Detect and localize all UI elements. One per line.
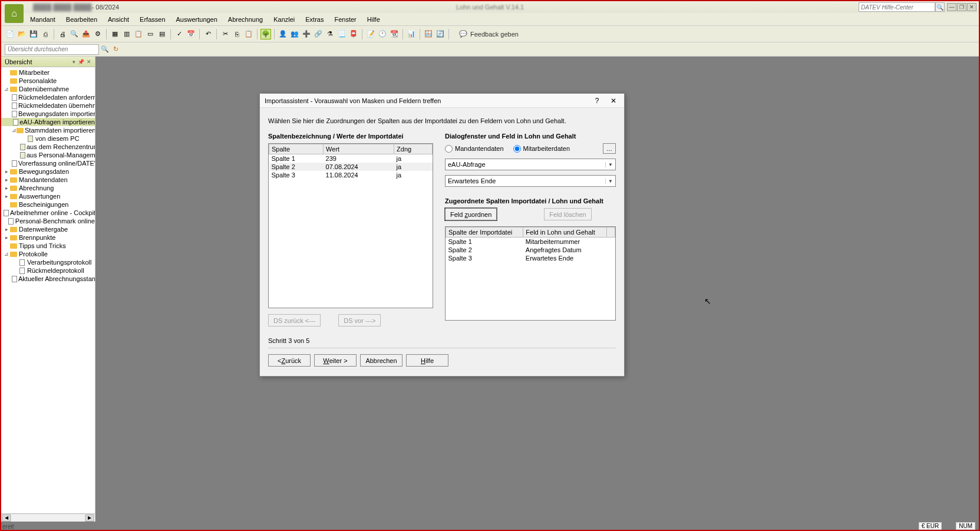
radio-mandantendaten[interactable]: Mandantendaten bbox=[445, 145, 504, 153]
dialog-close-button[interactable]: ✕ bbox=[608, 97, 619, 105]
cell[interactable]: Spalte 3 bbox=[446, 254, 523, 262]
sidebar-hscroll[interactable]: ◀ ▶ bbox=[1, 513, 95, 522]
column-header[interactable]: Feld in Lohn und Gehalt bbox=[523, 227, 607, 238]
tree-node[interactable]: ▸Auswertungen bbox=[1, 192, 95, 200]
tree-node[interactable]: Personal-Benchmark online bbox=[1, 217, 95, 225]
toolbar-clock-icon[interactable]: 🕐 bbox=[377, 29, 388, 39]
tree-node[interactable]: aus Personal-Managem bbox=[1, 151, 95, 159]
tree-node[interactable]: ▸Mandantendaten bbox=[1, 176, 95, 184]
reset-search-icon[interactable]: ↻ bbox=[111, 45, 120, 54]
help-button[interactable]: Hilfe bbox=[406, 354, 448, 367]
cell[interactable]: ja bbox=[394, 163, 433, 171]
tree-node[interactable]: Rückmeldeprotokoll bbox=[1, 266, 95, 275]
import-columns-table[interactable]: SpalteWertZdng Spalte 1239jaSpalte 207.0… bbox=[268, 143, 433, 308]
expand-icon[interactable]: ▸ bbox=[4, 169, 9, 174]
tree-node[interactable]: ▸Brennpunkte bbox=[1, 233, 95, 242]
expand-icon[interactable]: ▸ bbox=[4, 193, 9, 199]
menu-bearbeiten[interactable]: Bearbeiten bbox=[61, 15, 103, 24]
toolbar-undo-icon[interactable]: ↶ bbox=[203, 29, 213, 39]
toolbar-link-icon[interactable]: 🔗 bbox=[313, 29, 324, 39]
minimize-button[interactable]: — bbox=[947, 3, 956, 11]
toolbar-tool-icon[interactable]: ⚙ bbox=[93, 29, 103, 39]
toolbar-open-icon[interactable]: 📂 bbox=[17, 29, 27, 39]
menu-abrechnung[interactable]: Abrechnung bbox=[223, 15, 268, 24]
tree-node[interactable]: ⊿Stammdaten importieren bbox=[1, 126, 95, 134]
search-icon[interactable]: 🔍 bbox=[100, 45, 110, 54]
toolbar-paste-icon[interactable]: 📋 bbox=[243, 29, 254, 39]
tree-node[interactable]: von diesem PC bbox=[1, 134, 95, 143]
tree-node[interactable]: ▸Abrechnung bbox=[1, 184, 95, 192]
toolbar-card-icon[interactable]: ▤ bbox=[157, 29, 167, 39]
toolbar-form-icon[interactable]: ▥ bbox=[121, 29, 132, 39]
tree[interactable]: MitarbeiterPersonalakte⊿DatenübernahmeRü… bbox=[1, 67, 95, 513]
sidebar-close-icon[interactable]: ✕ bbox=[87, 59, 91, 65]
menu-ansicht[interactable]: Ansicht bbox=[103, 15, 134, 24]
assigned-columns-table[interactable]: Spalte der ImportdateiFeld in Lohn und G… bbox=[445, 226, 616, 321]
tree-node[interactable]: Aktueller Abrechnungsstan bbox=[1, 275, 95, 283]
cell[interactable]: Spalte 1 bbox=[269, 154, 324, 163]
toolbar-panel-icon[interactable]: ▭ bbox=[145, 29, 156, 39]
table-row[interactable]: Spalte 3Erwartetes Ende bbox=[446, 254, 615, 262]
sidebar-dropdown-icon[interactable]: ▾ bbox=[72, 59, 75, 65]
menu-kanzlei[interactable]: Kanzlei bbox=[268, 15, 300, 24]
dialog-help-button[interactable]: ? bbox=[591, 97, 603, 105]
tree-node[interactable]: ▸Datenweitergabe bbox=[1, 225, 95, 233]
menu-auswertungen[interactable]: Auswertungen bbox=[171, 15, 223, 24]
mask-combo[interactable]: eAU-Abfrage▼ bbox=[445, 159, 616, 170]
cell[interactable]: Spalte 2 bbox=[446, 246, 523, 254]
expand-icon[interactable]: ⊿ bbox=[4, 86, 9, 92]
tree-node[interactable]: Tipps und Tricks bbox=[1, 242, 95, 250]
toolbar-saveall-icon[interactable]: ⎙ bbox=[40, 29, 51, 39]
toolbar-preview-icon[interactable]: 🔍 bbox=[69, 29, 80, 39]
toolbar-chart-icon[interactable]: 📊 bbox=[406, 29, 417, 39]
cell[interactable]: Erwartetes Ende bbox=[523, 254, 607, 262]
menu-hilfe[interactable]: Hilfe bbox=[362, 15, 385, 24]
tree-node[interactable]: Arbeitnehmer online - Cockpit bbox=[1, 209, 95, 217]
toolbar-print-icon[interactable]: 🖨 bbox=[57, 29, 68, 39]
menu-fenster[interactable]: Fenster bbox=[329, 15, 361, 24]
column-header[interactable]: Wert bbox=[324, 144, 394, 154]
expand-icon[interactable]: ▸ bbox=[4, 226, 9, 232]
toolbar-export-icon[interactable]: 📤 bbox=[81, 29, 91, 39]
toolbar-doc-icon[interactable]: 📋 bbox=[133, 29, 144, 39]
toolbar-new-icon[interactable]: 📄 bbox=[5, 29, 15, 39]
cell[interactable]: Angefragtes Datum bbox=[523, 246, 607, 254]
restore-button[interactable]: ❐ bbox=[957, 3, 966, 11]
table-row[interactable]: Spalte 2Angefragtes Datum bbox=[446, 246, 615, 254]
tree-node[interactable]: Personalakte bbox=[1, 77, 95, 85]
toolbar-date-icon[interactable]: 📆 bbox=[389, 29, 400, 39]
tree-node[interactable]: Vorerfassung online/DATEV bbox=[1, 159, 95, 167]
expand-icon[interactable]: ▸ bbox=[4, 235, 9, 240]
radio-mitarbeiterdaten[interactable]: Mitarbeiterdaten bbox=[513, 145, 570, 153]
help-search-button[interactable]: 🔍 bbox=[935, 2, 945, 12]
tree-node[interactable]: Rückmeldedaten übernehm bbox=[1, 101, 95, 110]
ds-forward-button[interactable]: DS vor ---> bbox=[338, 314, 381, 326]
dialog-titlebar[interactable]: Importassistent - Vorauswahl von Masken … bbox=[260, 94, 624, 108]
back-button[interactable]: < Zurück bbox=[268, 354, 311, 367]
ds-back-button[interactable]: DS zurück <--- bbox=[268, 314, 321, 326]
tree-node[interactable]: ⊿Protokolle bbox=[1, 250, 95, 258]
table-row[interactable]: Spalte 311.08.2024ja bbox=[269, 171, 433, 179]
scroll-right-icon[interactable]: ▶ bbox=[85, 514, 94, 522]
column-header[interactable]: Spalte der Importdatei bbox=[446, 227, 523, 238]
toolbar-cut-icon[interactable]: ✂ bbox=[220, 29, 230, 39]
field-combo[interactable]: Erwartetes Ende▼ bbox=[445, 175, 616, 187]
toolbar-calendar-icon[interactable]: 📅 bbox=[186, 29, 196, 39]
cell[interactable]: Spalte 1 bbox=[446, 238, 523, 246]
field-browse-button[interactable]: … bbox=[603, 143, 616, 154]
next-button[interactable]: Weiter > bbox=[314, 354, 357, 367]
toolbar-grid-icon[interactable]: ▦ bbox=[110, 29, 120, 39]
expand-icon[interactable]: ▸ bbox=[4, 185, 9, 191]
toolbar-group-icon[interactable]: 👥 bbox=[289, 29, 300, 39]
tree-node[interactable]: Bescheinigungen bbox=[1, 200, 95, 209]
cell[interactable]: Mitarbeiternummer bbox=[523, 238, 607, 246]
toolbar-person-icon[interactable]: 👤 bbox=[278, 29, 288, 39]
table-row[interactable]: Spalte 1Mitarbeiternummer bbox=[446, 238, 615, 246]
menu-extras[interactable]: Extras bbox=[300, 15, 329, 24]
menu-erfassen[interactable]: Erfassen bbox=[134, 15, 170, 24]
column-header[interactable]: Zdng bbox=[394, 144, 433, 154]
column-header[interactable]: Spalte bbox=[269, 144, 324, 154]
cell[interactable]: 07.08.2024 bbox=[324, 163, 394, 171]
tree-node[interactable]: ▸Bewegungsdaten bbox=[1, 167, 95, 176]
tree-node[interactable]: aus dem Rechenzentrur bbox=[1, 143, 95, 151]
